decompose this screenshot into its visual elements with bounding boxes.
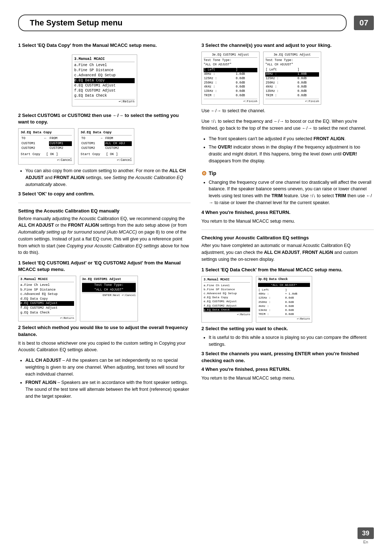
screen-item: g.EQ Data Check [74, 93, 135, 98]
sc-item: e.EQ CUSTOM1 Adjust [204, 299, 250, 303]
sub-heading-eq: Setting the Acoustic Calibration EQ manu… [18, 208, 191, 214]
step6-heading: 4 When you're finished, press RETURN. [201, 209, 374, 216]
step5-heading: 2 Select which method you would like to … [18, 324, 191, 337]
eq-adjust-right-table: [ Left] 40Hz :1.00B 125Hz :0.0dB 250Hz :… [265, 68, 319, 98]
page-container: The System Setup menu 07 1 Select 'EQ Da… [0, 0, 392, 555]
screen-item-highlighted: d.EQ Data Copy [74, 78, 135, 83]
screen-sm-footer: ↩:Return [20, 316, 74, 320]
sc-item: d.EQ Data Copy [204, 295, 250, 299]
manual-mcacc-check-screen: 3.Manual MCACC a.Fine Ch Level b.Fine SP… [201, 276, 252, 323]
eq-custom-subtitle: Test Tone Type:*ALL CH ADJUST* [82, 283, 136, 292]
screen-item: a.Fine Ch Level [74, 63, 135, 68]
eq-copy-screens: 3d.EQ Data Copy TO←FROM CUSTOM1CUSTOM1 C… [18, 128, 191, 165]
eq-check-footer: ↩:Return [258, 317, 310, 321]
eq-custom-adjust-screen: 3e.EQ CUSTOM1 Adjust Test Tone Type:*ALL… [80, 276, 138, 321]
page-bottom: 39 En [358, 527, 374, 544]
eq-copy-table-left: TO←FROM CUSTOM1CUSTOM1 CUSTOM2CUSTOM2 [21, 136, 72, 151]
step3-right-heading: 3 Select the channel(s) you want and adj… [201, 42, 374, 49]
bullet-front-align-note: The front speakers can't be adjusted if … [209, 135, 374, 142]
step10-text: You return to the Manual MCACC setup men… [201, 375, 374, 382]
eq-adjust-left-title: 3e.EQ CUSTOM1 Adjust [204, 53, 257, 58]
screen-title: 3.Manual MCACC [74, 56, 135, 62]
step8-bullet: It is useful to do this while a source i… [209, 334, 374, 348]
eq-check-subtitle: *ALL CH ADJUST* [258, 283, 310, 287]
eq-copy-title-left: 3d.EQ Data Copy [21, 130, 72, 135]
step1-heading: 1 Select 'EQ Data Copy' from the Manual … [18, 42, 191, 49]
screen-sm-item: g.EQ Data Check [20, 311, 74, 315]
screen-item: f.EQ CUSTOM2 Adjust [74, 88, 135, 93]
eq-copy-title-right: 3d.EQ Data Copy [81, 130, 132, 135]
eq-custom-adjust-title: 3e.EQ CUSTOM1 Adjust [82, 277, 136, 282]
bottom-lang: En [363, 540, 368, 544]
step10-heading: 4 When you're finished, press RETURN. [201, 366, 374, 373]
right-bullet-list: The front speakers can't be adjusted if … [209, 135, 374, 165]
screen-item: e.EQ CUSTOM1 Adjust [74, 83, 135, 88]
eq-tone-type-r: Test Tone Type:"ALL CH ADJUST" [265, 58, 319, 67]
right-column: 3 Select the channel(s) you want and adj… [201, 42, 374, 403]
bullet-front-align: FRONT ALIGN – Speakers are set in accord… [25, 379, 191, 400]
eq-adjust-screens: 3e.EQ CUSTOM1 Adjust Test Tone Type:"ALL… [201, 52, 374, 105]
page-title: The System Setup menu [18, 15, 347, 31]
divider1 [18, 203, 191, 203]
eq-copy-actions-right: Start Copy [ OK ] [81, 152, 132, 157]
step3-left-heading: 3 Select 'OK' to copy and confirm. [18, 191, 191, 197]
screen-sm-item-hl: e.EQ CUSTOM1 Adjust [20, 301, 74, 306]
bullet-over-note: The OVER! indicator shows in the display… [209, 144, 374, 164]
eq-adjust-right-footer: ↩:Finish [265, 99, 319, 103]
step4-heading: 1 Select 'EQ CUSTOM1 Adjust' or 'EQ CUST… [18, 260, 191, 273]
page-number-badge: 07 [354, 16, 374, 30]
screen-item: c.Advanced EQ Setup [74, 73, 135, 78]
sc-item: c.Advanced EQ Setup [204, 291, 250, 295]
eq-custom-footer: ENTER:Next ↩:Cancel [82, 293, 136, 297]
page-header: The System Setup menu 07 [18, 15, 374, 31]
screen-sm-item: d.EQ Data Copy [20, 297, 74, 301]
screen-sm-title: 3.Manual MCACC [20, 277, 74, 282]
step9-heading: 3 Select the channels you want, pressing… [201, 351, 374, 364]
eq-adjust-left-table: [ Left] 40Hz :1.0dB 125Hz :0.0dB 250Hz :… [204, 68, 257, 98]
eq-copy-screen-right: 3d.EQ Data Copy TO←FROM CUSTOM1ALL CH AD… [78, 128, 134, 165]
sc-item-hl: g.EQ Data Check [204, 308, 250, 312]
eq-tone-type: Test Tone Type:"ALL CH ADJUST" [204, 58, 257, 67]
manual-mcacc-screen-container: 3.Manual MCACC a.Fine Ch Level b.Fine SP… [18, 52, 191, 109]
screen-sm-item: f.EQ CUSTOM2 Adjust [20, 306, 74, 311]
sc-item: f.EQ CUSTOM2 Adjust [204, 304, 250, 308]
eq-check-screens: 3.Manual MCACC a.Fine Ch Level b.Fine SP… [201, 276, 374, 323]
manual-check-title: 3.Manual MCACC [204, 278, 250, 283]
tip-icon: ⚙ [201, 170, 207, 177]
step4-screens: 3.Manual MCACC a.Fine Ch Level b.Fine SP… [18, 276, 191, 321]
eq-data-check-screen: 3p.EQ Data Check *ALL CH ADJUST* [ Left]… [256, 276, 312, 323]
eq-copy-footer-right: ↩:Cancel [81, 158, 132, 163]
eq-copy-screen-left: 3d.EQ Data Copy TO←FROM CUSTOM1CUSTOM1 C… [18, 128, 74, 165]
use-arrows-text: Use ←/→ to select the channel. [201, 108, 374, 114]
tip-box: ⚙ Tip Changing the frequency curve of on… [201, 170, 374, 206]
use-updown-text: Use ↑/↓ to select the frequency and ←/→ … [201, 118, 374, 132]
bullet-all-ch: ALL CH ADJUST – All the speakers can be … [25, 357, 191, 377]
tip-title: ⚙ Tip [201, 170, 374, 177]
step6-text: You return to the Manual MCACC setup men… [201, 218, 374, 225]
eq-adjust-left-footer: ↩:Finish [204, 99, 257, 103]
bullet-list-copy: You can also copy from one custom settin… [25, 167, 191, 188]
screen-item: b.Fine SP Distance [74, 68, 135, 73]
screen-sm-item: b.Fine SP Distance [20, 288, 74, 292]
left-column: 1 Select 'EQ Data Copy' from the Manual … [18, 42, 191, 403]
eq-adjust-right-title: 3e.EQ CUSTOM1 Adjust [265, 53, 319, 58]
check-heading: Checking your Acoustic Calibration EQ se… [201, 235, 374, 240]
sc-item: b.Fine SP Distance [204, 287, 250, 291]
eq-adjust-right-screen: 3e.EQ CUSTOM1 Adjust Test Tone Type:"ALL… [263, 52, 321, 105]
sc-footer: ↩:Return [204, 312, 250, 317]
step7-heading: 1 Select 'EQ Data Check' from the Manual… [201, 267, 374, 273]
eq-copy-footer-left: ↩:Cancel [21, 158, 72, 163]
eq-check-title: 3p.EQ Data Check [258, 278, 310, 282]
eq-copy-actions-left: Start Copy [ OK ] [21, 152, 72, 157]
step2-heading: 2 Select CUSTOM1 or CUSTOM2 then use ←/→… [18, 112, 191, 125]
eq-copy-table-right: TO←FROM CUSTOM1ALL CH ADJ CUSTOM2CUSTOM2 [81, 136, 132, 151]
step8-heading: 2 Select the setting you want to check. [201, 325, 374, 332]
bottom-page-number: 39 [358, 527, 374, 539]
manual-mcacc-sm-screen: 3.Manual MCACC a.Fine Ch Level b.Fine SP… [18, 276, 76, 321]
bullet-list-methods: ALL CH ADJUST – All the speakers can be … [25, 357, 191, 400]
eq-check-table: [ Left] 40Hz :+ 1.0dB 125Hz :0.0dB 250Hz… [258, 288, 310, 316]
sc-item: a.Fine Ch Level [204, 283, 250, 287]
screen-sm-item: a.Fine Ch Level [20, 283, 74, 288]
screen-sm-item: c.Advanced EQ Setup [20, 292, 74, 297]
manual-mcacc-screen: 3.Manual MCACC a.Fine Ch Level b.Fine SP… [72, 54, 137, 106]
